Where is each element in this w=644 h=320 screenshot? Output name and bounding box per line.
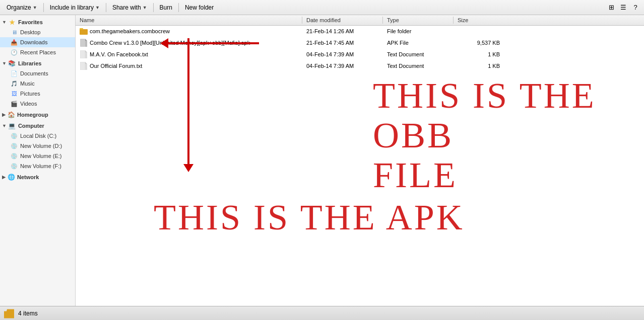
include-in-library-label: Include in library — [50, 4, 94, 11]
table-row[interactable]: Our Official Forum.txt 04-Feb-14 7:39 AM… — [76, 60, 644, 72]
downloads-icon: 📥 — [10, 38, 18, 46]
sidebar-network-header[interactable]: ▶ 🌐 Network — [0, 172, 75, 182]
organize-label: Organize — [7, 4, 31, 11]
toolbar: Organize ▼ Include in library ▼ Share wi… — [0, 0, 644, 15]
local-disk-icon: 💿 — [10, 132, 18, 140]
help-button[interactable]: ? — [630, 2, 641, 13]
svg-rect-1 — [80, 28, 83, 30]
recent-places-icon: 🕐 — [10, 48, 18, 56]
toolbar-separator-3 — [153, 3, 154, 12]
obb-text-line1: THIS IS THE OBB — [373, 76, 644, 155]
documents-icon: 📄 — [10, 69, 18, 77]
status-folder-icon — [4, 308, 14, 318]
toolbar-separator-2 — [106, 3, 106, 12]
sidebar-item-videos[interactable]: 🎬 Videos — [0, 99, 75, 109]
apk-annotation-text: THIS IS THE APK — [154, 197, 465, 238]
homegroup-label: Homegroup — [17, 112, 48, 118]
file-size-cell: 1 KB — [454, 51, 504, 58]
organize-button[interactable]: Organize ▼ — [3, 3, 41, 13]
file-date-cell: 04-Feb-14 7:39 AM — [302, 62, 383, 69]
sidebar-item-music[interactable]: 🎵 Music — [0, 78, 75, 89]
sidebar-item-documents[interactable]: 📄 Documents — [0, 68, 75, 78]
table-row[interactable]: M.A.V. On Facebook.txt 04-Feb-14 7:39 AM… — [76, 49, 644, 60]
include-in-library-button[interactable]: Include in library ▼ — [46, 3, 103, 13]
sidebar: ▼ ★ Favorites 🖥 Desktop 📥 Downloads 🕐 Re… — [0, 15, 76, 306]
pictures-label: Pictures — [20, 91, 40, 97]
file-name-cell: Our Official Forum.txt — [76, 61, 302, 70]
homegroup-icon: 🏠 — [7, 111, 15, 119]
file-area: Name Date modified Type Size com.thegame… — [76, 15, 644, 306]
file-type-cell: APK File — [383, 39, 454, 46]
file-date-cell: 21-Feb-14 1:26 AM — [302, 28, 383, 35]
videos-icon: 🎬 — [10, 100, 18, 108]
burn-button[interactable]: Burn — [156, 3, 176, 13]
computer-icon: 💻 — [8, 122, 16, 130]
column-headers: Name Date modified Type Size — [76, 15, 644, 26]
sidebar-computer-header[interactable]: ▼ 💻 Computer — [0, 121, 75, 131]
share-dropdown-arrow: ▼ — [143, 5, 147, 10]
favorites-label: Favorites — [18, 19, 43, 25]
file-name-text: Our Official Forum.txt — [90, 63, 142, 69]
sidebar-libraries-header[interactable]: ▼ 📚 Libraries — [0, 58, 75, 68]
apk-file-icon — [80, 39, 88, 47]
obb-annotation-text: THIS IS THE OBB FILE — [373, 76, 644, 196]
table-row[interactable]: com.thegamebakers.combocrew 21-Feb-14 1:… — [76, 26, 644, 37]
sidebar-item-desktop[interactable]: 🖥 Desktop — [0, 27, 75, 37]
new-volume-e-icon: 💿 — [10, 152, 18, 160]
svg-rect-10 — [85, 64, 87, 70]
file-date-cell: 04-Feb-14 7:39 AM — [302, 51, 383, 58]
desktop-label: Desktop — [20, 29, 40, 35]
sidebar-item-new-volume-f[interactable]: 💿 New Volume (F:) — [0, 161, 75, 171]
file-name-text: M.A.V. On Facebook.txt — [90, 51, 148, 57]
sidebar-section-favorites: ▼ ★ Favorites 🖥 Desktop 📥 Downloads 🕐 Re… — [0, 17, 75, 57]
file-name-text: Combo Crew v1.3.0 [Mod][Unlimited Money]… — [90, 40, 250, 46]
new-folder-button[interactable]: New folder — [181, 3, 217, 13]
sidebar-item-new-volume-e[interactable]: 💿 New Volume (E:) — [0, 151, 75, 161]
obb-text-line2: FILE — [373, 155, 644, 195]
local-disk-label: Local Disk (C:) — [20, 133, 56, 139]
col-header-type[interactable]: Type — [383, 17, 454, 24]
share-with-button[interactable]: Share with ▼ — [109, 3, 151, 13]
file-type-cell: Text Document — [383, 51, 454, 58]
music-icon: 🎵 — [10, 79, 18, 88]
svg-rect-5 — [80, 50, 85, 58]
desktop-icon: 🖥 — [10, 28, 18, 36]
pictures-icon: 🖼 — [10, 90, 18, 98]
computer-expand-icon: ▼ — [2, 123, 7, 128]
organize-dropdown-arrow: ▼ — [33, 5, 37, 10]
sidebar-favorites-header[interactable]: ▼ ★ Favorites — [0, 17, 75, 27]
new-volume-d-label: New Volume (D:) — [20, 143, 62, 149]
status-bar: 4 items — [0, 306, 644, 320]
sidebar-homegroup-header[interactable]: ▶ 🏠 Homegroup — [0, 110, 75, 120]
col-header-name[interactable]: Name — [76, 17, 302, 24]
view-extra-button[interactable]: ⊞ — [606, 2, 617, 13]
sidebar-item-downloads[interactable]: 📥 Downloads — [0, 37, 75, 47]
col-header-size[interactable]: Size — [454, 17, 504, 24]
svg-rect-7 — [85, 52, 87, 58]
svg-marker-9 — [85, 62, 87, 64]
file-type-cell: File folder — [383, 28, 454, 35]
sidebar-item-new-volume-d[interactable]: 💿 New Volume (D:) — [0, 141, 75, 151]
txt-file-icon-2 — [80, 62, 88, 70]
file-name-cell: com.thegamebakers.combocrew — [76, 27, 302, 36]
view-details-button[interactable]: ☰ — [618, 2, 629, 13]
network-label: Network — [17, 174, 39, 180]
toolbar-separator-4 — [178, 3, 179, 12]
file-date-cell: 21-Feb-14 7:45 AM — [302, 39, 383, 46]
col-header-date[interactable]: Date modified — [302, 17, 383, 24]
file-type-cell: Text Document — [383, 62, 454, 69]
recent-places-label: Recent Places — [20, 49, 56, 55]
network-expand-icon: ▶ — [2, 175, 6, 180]
sidebar-item-pictures[interactable]: 🖼 Pictures — [0, 89, 75, 99]
libraries-label: Libraries — [18, 60, 41, 66]
share-with-label: Share with — [112, 4, 141, 11]
file-name-cell: Combo Crew v1.3.0 [Mod][Unlimited Money]… — [76, 38, 302, 47]
svg-rect-0 — [80, 29, 88, 35]
table-row[interactable]: Combo Crew v1.3.0 [Mod][Unlimited Money]… — [76, 37, 644, 49]
svg-rect-8 — [80, 62, 85, 70]
documents-label: Documents — [20, 70, 48, 76]
favorites-expand-icon: ▼ — [2, 20, 7, 25]
sidebar-item-local-disk[interactable]: 💿 Local Disk (C:) — [0, 131, 75, 141]
sidebar-item-recent-places[interactable]: 🕐 Recent Places — [0, 47, 75, 57]
downloads-label: Downloads — [20, 39, 47, 45]
